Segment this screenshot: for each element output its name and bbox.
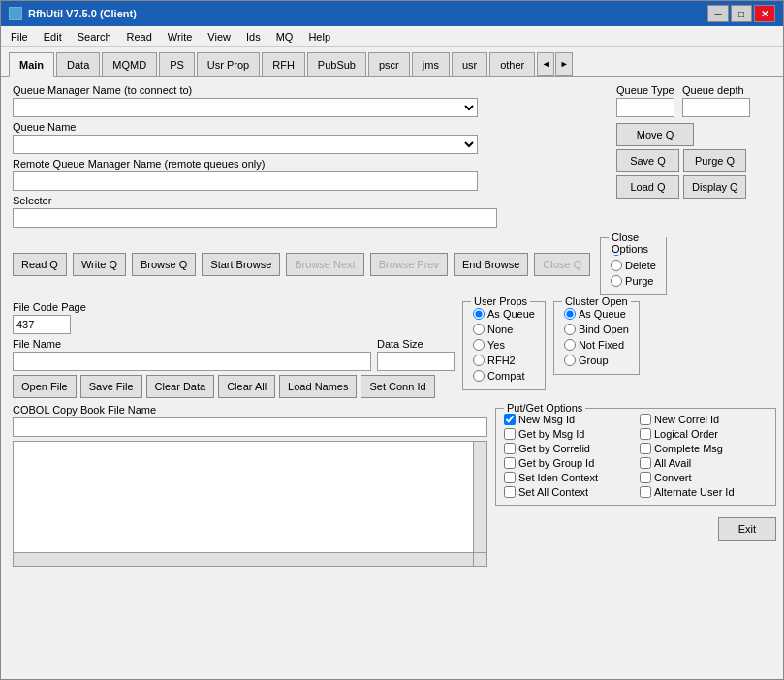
cb-complete-msg-input[interactable] <box>640 443 651 454</box>
file-name-input[interactable] <box>13 352 371 371</box>
data-size-input[interactable] <box>377 352 455 371</box>
cluster-open-bind-open-radio[interactable] <box>564 324 576 335</box>
cb-set-all-context[interactable]: Set All Context <box>504 486 632 498</box>
user-props-none-radio[interactable] <box>473 324 485 335</box>
cb-all-avail[interactable]: All Avail <box>640 457 768 469</box>
user-props-rfh2[interactable]: RFH2 <box>473 355 535 366</box>
menu-view[interactable]: View <box>202 29 236 45</box>
cb-logical-order[interactable]: Logical Order <box>640 428 768 440</box>
vertical-scrollbar[interactable] <box>473 442 486 552</box>
cb-convert[interactable]: Convert <box>640 472 768 483</box>
horizontal-scrollbar[interactable] <box>14 552 473 566</box>
cb-complete-msg[interactable]: Complete Msg <box>640 443 768 454</box>
tab-usr[interactable]: usr <box>452 52 487 76</box>
cb-set-iden-context-input[interactable] <box>504 472 516 483</box>
user-props-as-queue-radio[interactable] <box>473 308 485 320</box>
user-props-as-queue[interactable]: As Queue <box>473 308 535 320</box>
cb-logical-order-input[interactable] <box>640 428 651 440</box>
cb-get-by-msg-id-input[interactable] <box>504 428 516 440</box>
exit-button[interactable]: Exit <box>718 517 776 541</box>
maximize-button[interactable]: □ <box>731 5 752 22</box>
queue-manager-select[interactable] <box>13 98 478 117</box>
end-browse-button[interactable]: End Browse <box>454 253 528 276</box>
user-props-compat-radio[interactable] <box>473 370 485 382</box>
save-file-button[interactable]: Save File <box>80 375 142 398</box>
load-names-button[interactable]: Load Names <box>279 375 357 398</box>
close-q-button[interactable]: Close Q <box>534 253 590 276</box>
tab-mqmd[interactable]: MQMD <box>102 52 157 76</box>
cb-new-correl-id-input[interactable] <box>640 414 651 425</box>
load-q-button[interactable]: Load Q <box>616 175 679 199</box>
minimize-button[interactable]: ─ <box>707 5 729 22</box>
menu-edit[interactable]: Edit <box>38 29 68 45</box>
menu-help[interactable]: Help <box>302 29 336 45</box>
menu-file[interactable]: File <box>5 29 34 45</box>
cb-get-by-correlid-input[interactable] <box>504 443 516 454</box>
cb-get-by-group-id[interactable]: Get by Group Id <box>504 457 632 469</box>
open-file-button[interactable]: Open File <box>13 375 77 398</box>
save-q-button[interactable]: Save Q <box>616 149 679 172</box>
menu-read[interactable]: Read <box>121 29 158 45</box>
file-code-page-input[interactable] <box>13 315 71 334</box>
purge-q-button[interactable]: Purge Q <box>683 149 746 172</box>
cb-all-avail-input[interactable] <box>640 457 651 469</box>
cluster-open-as-queue[interactable]: As Queue <box>564 308 629 320</box>
selector-input[interactable] <box>13 208 497 228</box>
browse-prev-button[interactable]: Browse Prev <box>370 253 448 276</box>
close-option-purge[interactable]: Purge <box>611 275 656 287</box>
tab-ps[interactable]: PS <box>159 52 195 76</box>
cluster-open-group-radio[interactable] <box>564 355 576 366</box>
start-browse-button[interactable]: Start Browse <box>202 253 280 276</box>
cb-new-msg-id[interactable]: New Msg Id <box>504 414 632 425</box>
display-q-button[interactable]: Display Q <box>683 175 746 199</box>
menu-mq[interactable]: MQ <box>270 29 299 45</box>
close-option-delete[interactable]: Delete <box>611 260 656 271</box>
user-props-yes[interactable]: Yes <box>473 339 535 351</box>
move-q-button[interactable]: Move Q <box>616 123 694 146</box>
cluster-open-as-queue-radio[interactable] <box>564 308 576 320</box>
user-props-rfh2-radio[interactable] <box>473 355 485 366</box>
cluster-open-group[interactable]: Group <box>564 355 629 366</box>
cb-set-iden-context[interactable]: Set Iden Context <box>504 472 632 483</box>
close-button[interactable]: ✕ <box>754 5 775 22</box>
menu-write[interactable]: Write <box>162 29 198 45</box>
queue-type-input[interactable] <box>616 98 674 117</box>
cb-alternate-user-id-input[interactable] <box>640 486 651 498</box>
clear-data-button[interactable]: Clear Data <box>146 375 215 398</box>
remote-queue-input[interactable] <box>13 171 478 191</box>
menu-ids[interactable]: Ids <box>240 29 267 45</box>
tab-main[interactable]: Main <box>9 52 54 77</box>
read-q-button[interactable]: Read Q <box>13 253 67 276</box>
user-props-compat[interactable]: Compat <box>473 370 535 382</box>
cb-get-by-correlid[interactable]: Get by Correlid <box>504 443 632 454</box>
main-textarea[interactable] <box>14 442 473 552</box>
cb-new-msg-id-input[interactable] <box>504 414 516 425</box>
tab-jms[interactable]: jms <box>412 52 450 76</box>
cb-get-by-group-id-input[interactable] <box>504 457 516 469</box>
user-props-none[interactable]: None <box>473 324 535 335</box>
cobol-input[interactable] <box>13 417 487 437</box>
close-option-delete-radio[interactable] <box>611 260 622 271</box>
cluster-open-not-fixed-radio[interactable] <box>564 339 576 351</box>
tab-pscr[interactable]: pscr <box>368 52 410 76</box>
browse-q-button[interactable]: Browse Q <box>132 253 196 276</box>
set-conn-id-button[interactable]: Set Conn Id <box>361 375 434 398</box>
cb-get-by-msg-id[interactable]: Get by Msg Id <box>504 428 632 440</box>
cb-convert-input[interactable] <box>640 472 651 483</box>
clear-all-button[interactable]: Clear All <box>218 375 275 398</box>
tab-usr-prop[interactable]: Usr Prop <box>197 52 260 76</box>
cb-alternate-user-id[interactable]: Alternate User Id <box>640 486 768 498</box>
cb-set-all-context-input[interactable] <box>504 486 516 498</box>
write-q-button[interactable]: Write Q <box>73 253 126 276</box>
cluster-open-bind-open[interactable]: Bind Open <box>564 324 629 335</box>
cb-new-correl-id[interactable]: New Correl Id <box>640 414 768 425</box>
tab-data[interactable]: Data <box>56 52 100 76</box>
tab-rfh[interactable]: RFH <box>262 52 305 76</box>
close-option-purge-radio[interactable] <box>611 275 622 287</box>
queue-name-select[interactable] <box>13 135 478 154</box>
browse-next-button[interactable]: Browse Next <box>286 253 363 276</box>
queue-depth-input[interactable] <box>682 98 750 117</box>
cluster-open-not-fixed[interactable]: Not Fixed <box>564 339 629 351</box>
tab-scroll-next[interactable]: ► <box>555 52 573 76</box>
tab-pubsub[interactable]: PubSub <box>307 52 366 76</box>
